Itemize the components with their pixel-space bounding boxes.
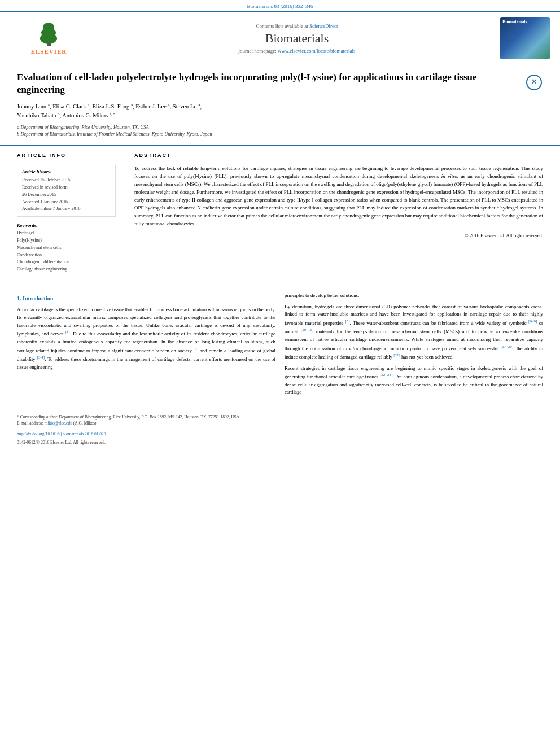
- crossmark-badge[interactable]: ✕: [525, 73, 543, 91]
- keyword-cartilage: Cartilage tissue engineering: [17, 266, 116, 273]
- keywords-block: Keywords: Hydrogel Poly(l-lysine) Mesenc…: [17, 222, 116, 273]
- journal-badge-area: Biomaterials: [497, 17, 553, 59]
- homepage-line: journal homepage: www.elsevier.com/locat…: [239, 48, 356, 54]
- keyword-msc: Mesenchymal stem cells: [17, 244, 116, 252]
- email-suffix: (A.G. Mikos).: [73, 421, 98, 426]
- citation-text: Biomaterials 83 (2016) 332–346: [247, 3, 313, 9]
- footnote-section: * Corresponding author. Department of Bi…: [0, 410, 560, 429]
- keyword-condensation: Condensation: [17, 252, 116, 259]
- homepage-url[interactable]: www.elsevier.com/locate/biomaterials: [278, 48, 355, 54]
- affiliation-a: a Department of Bioengineering, Rice Uni…: [17, 124, 543, 131]
- accepted-date: Accepted 1 January 2016: [22, 199, 111, 206]
- elsevier-tree-icon: [33, 21, 64, 47]
- journal-title-area: Contents lists available at ScienceDirec…: [97, 17, 497, 59]
- elsevier-wordmark: ELSEVIER: [31, 48, 67, 55]
- body-section: 1. Introduction Articular cartilage is t…: [0, 286, 560, 405]
- keyword-pll: Poly(l-lysine): [17, 237, 116, 244]
- left-panel: ARTICLE INFO Article history: Received 1…: [0, 146, 124, 280]
- body-right-cont: principles to develop better solutions.: [285, 292, 543, 300]
- body-col-left: 1. Introduction Articular cartilage is t…: [17, 292, 275, 400]
- body-right-para2: By definition, hydrogels are three-dimen…: [285, 303, 543, 361]
- article-info-label: ARTICLE INFO: [17, 152, 116, 160]
- contents-line: Contents lists available at ScienceDirec…: [256, 23, 338, 29]
- authors-line: Johnny Lam a, Elisa C. Clark a, Eliza L.…: [17, 102, 543, 120]
- journal-title: Biomaterials: [265, 31, 329, 46]
- online-date: Available online 7 January 2016: [22, 206, 111, 213]
- corresponding-text: * Corresponding author. Department of Bi…: [17, 414, 240, 420]
- email-link[interactable]: mikos@rice.edu: [45, 421, 72, 426]
- article-header: Evaluation of cell-laden polyelectrolyte…: [0, 64, 560, 146]
- article-history-title: Article history:: [22, 169, 111, 174]
- revised-label: Received in revised form: [22, 184, 111, 191]
- abstract-label: ABSTRACT: [134, 152, 543, 160]
- article-info-abstract: ARTICLE INFO Article history: Received 1…: [0, 146, 560, 286]
- body-col-right: principles to develop better solutions. …: [285, 292, 543, 400]
- issn-line: 0142-9612/© 2016 Elsevier Ltd. All right…: [0, 440, 560, 448]
- email-note: E-mail address: mikos@rice.edu (A.G. Mik…: [17, 420, 543, 426]
- sciencedirect-link[interactable]: ScienceDirect: [309, 23, 338, 29]
- article-title: Evaluation of cell-laden polyelectrolyte…: [17, 71, 525, 96]
- journal-badge: Biomaterials: [500, 17, 550, 59]
- corresponding-note: * Corresponding author. Department of Bi…: [17, 414, 543, 420]
- citation-bar: Biomaterials 83 (2016) 332–346: [0, 0, 560, 11]
- abstract-panel: ABSTRACT To address the lack of reliable…: [124, 146, 560, 280]
- badge-text: Biomaterials: [502, 19, 527, 24]
- revised-date: 26 December 2015: [22, 191, 111, 199]
- keywords-title: Keywords:: [17, 222, 116, 228]
- email-label: E-mail address:: [17, 421, 43, 426]
- article-info-block: Article history: Received 15 October 201…: [17, 165, 116, 217]
- elsevier-logo-area: ELSEVIER: [7, 17, 97, 59]
- journal-header: ELSEVIER Contents lists available at Sci…: [0, 11, 560, 64]
- body-right-para3: Recent strategies in cartilage tissue en…: [285, 365, 543, 396]
- keyword-hydrogel: Hydrogel: [17, 230, 116, 237]
- intro-heading: 1. Introduction: [17, 294, 275, 303]
- article-title-row: Evaluation of cell-laden polyelectrolyte…: [17, 71, 543, 96]
- intro-para1: Articular cartilage is the specialized c…: [17, 306, 275, 371]
- copyright-line: © 2016 Elsevier Ltd. All rights reserved…: [134, 233, 543, 238]
- abstract-body: To address the lack of reliable long-ter…: [134, 165, 543, 228]
- doi-text[interactable]: http://dx.doi.org/10.1016/j.biomaterials…: [17, 431, 106, 436]
- doi-section: http://dx.doi.org/10.1016/j.biomaterials…: [0, 429, 560, 440]
- keyword-chondrogenic: Chondrogenic differentiation: [17, 259, 116, 266]
- affiliations: a Department of Bioengineering, Rice Uni…: [17, 124, 543, 138]
- received-date: Received 15 October 2015: [22, 177, 111, 184]
- crossmark-icon: ✕: [526, 75, 542, 90]
- affiliation-b: b Department of Biomaterials, Institute …: [17, 130, 543, 138]
- svg-point-3: [40, 33, 57, 44]
- author-names: Johnny Lam a, Elisa C. Clark a, Eliza L.…: [17, 103, 202, 119]
